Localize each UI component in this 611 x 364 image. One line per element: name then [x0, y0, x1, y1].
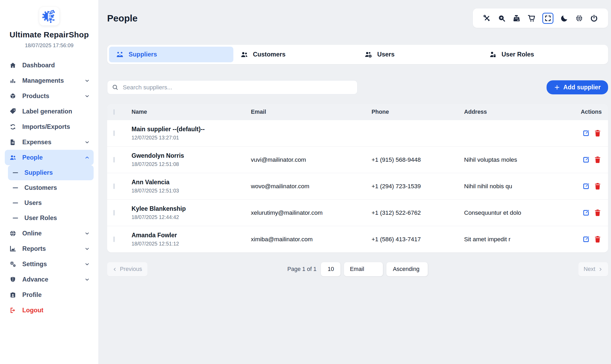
sidebar-item-users[interactable]: Users [8, 195, 94, 210]
sidebar-item-label: Label generation [22, 108, 72, 115]
tab-label: Suppliers [129, 51, 157, 58]
search-arrow-icon[interactable] [498, 14, 506, 22]
next-page-button[interactable]: Next [578, 262, 608, 276]
supplier-date: 18/07/2025 12:51:08 [132, 161, 251, 167]
sidebar-item-label: Imports/Exports [22, 123, 70, 130]
edit-icon[interactable] [582, 156, 590, 164]
sidebar-item-customers[interactable]: Customers [8, 180, 94, 195]
row-checkbox[interactable] [114, 236, 115, 242]
dash-icon [13, 203, 18, 203]
cash-register-icon[interactable] [513, 14, 521, 22]
edit-icon[interactable] [582, 182, 590, 190]
column-header-name: Name [132, 109, 251, 115]
sidebar-item-logout[interactable]: Logout [5, 302, 94, 318]
supplier-phone: +1 (312) 522-6762 [372, 209, 464, 216]
supplier-phone: +1 (294) 723-1539 [372, 183, 464, 190]
delete-icon[interactable] [593, 182, 602, 190]
plus-icon [554, 84, 560, 90]
chevron-down-icon [84, 261, 90, 267]
sidebar-item-managements[interactable]: Managements [5, 73, 94, 88]
chevron-down-icon [84, 139, 90, 145]
sidebar-item-people[interactable]: People [5, 150, 94, 165]
sidebar-item-settings[interactable]: Settings [5, 256, 94, 272]
sidebar-item-label: User Roles [24, 214, 57, 222]
delete-icon[interactable] [593, 235, 602, 243]
pagination: Previous Page 1 of 1 10 Email Ascending … [107, 262, 608, 276]
sidebar-item-suppliers[interactable]: Suppliers [8, 165, 94, 180]
sort-order-value: Ascending [393, 266, 419, 273]
supplier-email: wovo@mailinator.com [251, 183, 372, 190]
sidebar-item-label: Users [24, 199, 42, 207]
edit-icon[interactable] [582, 235, 590, 243]
edit-icon[interactable] [582, 209, 590, 217]
add-supplier-button[interactable]: Add supplier [547, 80, 608, 94]
cube-icon [9, 93, 16, 100]
sidebar-item-label: People [22, 154, 43, 161]
chart-icon [9, 245, 16, 252]
chevron-down-icon [84, 231, 90, 236]
sidebar-item-reports[interactable]: Reports [5, 241, 94, 256]
row-checkbox[interactable] [114, 130, 115, 136]
supplier-address: Sit amet impedit r [464, 236, 581, 243]
gears-icon [9, 261, 16, 268]
supplier-email: xelurutimy@mailinator.com [251, 209, 372, 216]
table-row: Gwendolyn Norris18/07/2025 12:51:08 vuvi… [107, 146, 608, 173]
delete-icon[interactable] [593, 209, 602, 217]
moon-icon[interactable] [560, 14, 568, 22]
sidebar-item-dashboard[interactable]: Dashboard [5, 58, 94, 73]
delete-icon[interactable] [593, 156, 602, 164]
globe-icon[interactable] [575, 14, 583, 22]
sort-field-value: Email [350, 266, 364, 273]
tab-customers[interactable]: Customers [233, 47, 358, 62]
sidebar-item-label-generation[interactable]: Label generation [5, 104, 94, 119]
search-input[interactable] [107, 80, 357, 94]
fullscreen-button[interactable] [542, 13, 553, 24]
tab-user-roles[interactable]: User Roles [482, 47, 606, 62]
row-checkbox[interactable] [114, 183, 115, 189]
page-size-select[interactable]: 10 [321, 262, 341, 276]
sidebar-item-online[interactable]: Online [5, 226, 94, 241]
select-all-checkbox[interactable] [114, 109, 115, 115]
supplier-name: Kylee Blankenship [132, 205, 251, 212]
power-icon[interactable] [590, 14, 598, 22]
tab-users[interactable]: Users [357, 47, 482, 62]
sidebar-item-label: Expenses [22, 139, 51, 146]
row-checkbox[interactable] [114, 210, 115, 216]
people-tabs: Suppliers Customers Users User Roles [107, 45, 608, 64]
bar-chart-icon [9, 77, 16, 84]
sidebar-item-user-roles[interactable]: User Roles [8, 210, 94, 226]
sidebar-item-label: Suppliers [24, 169, 53, 176]
table-header-row: Name Email Phone Address Actions [107, 104, 608, 120]
sort-field-select[interactable]: Email [344, 262, 383, 276]
people-icon [240, 51, 248, 59]
delete-icon[interactable] [593, 129, 602, 137]
home-icon [9, 62, 16, 69]
suppliers-table: Name Email Phone Address Actions Main su… [107, 104, 608, 252]
id-badge-icon [9, 291, 16, 299]
app-logo [39, 7, 59, 25]
supplier-name: Main supplier --(default)-- [132, 126, 251, 133]
quick-actions-toolbar [473, 8, 608, 28]
sort-order-select[interactable]: Ascending [386, 262, 428, 276]
page-status: Page 1 of 1 [287, 266, 316, 273]
tab-suppliers[interactable]: Suppliers [109, 47, 233, 62]
fullscreen-icon [544, 15, 551, 22]
sidebar-item-products[interactable]: Products [5, 88, 94, 104]
sidebar-item-profile[interactable]: Profile [5, 287, 94, 302]
sidebar-item-expenses[interactable]: Expenses [5, 134, 94, 150]
supplier-date: 18/07/2025 12:44:42 [132, 214, 251, 220]
edit-icon[interactable] [582, 129, 590, 137]
row-checkbox[interactable] [114, 157, 115, 163]
previous-page-button[interactable]: Previous [107, 262, 147, 276]
sidebar-item-label: Dashboard [22, 62, 55, 69]
sidebar-item-label: Logout [22, 307, 43, 314]
supplier-date: 18/07/2025 12:51:03 [132, 188, 251, 194]
cart-icon[interactable] [527, 14, 535, 22]
chevron-down-icon [84, 78, 90, 84]
tools-icon[interactable] [483, 14, 491, 22]
search-icon [112, 84, 119, 91]
table-row: Kylee Blankenship18/07/2025 12:44:42 xel… [107, 199, 608, 226]
sidebar-item-advance[interactable]: Advance [5, 272, 94, 287]
sidebar-item-imports-exports[interactable]: Imports/Exports [5, 119, 94, 134]
tab-label: User Roles [501, 51, 534, 58]
